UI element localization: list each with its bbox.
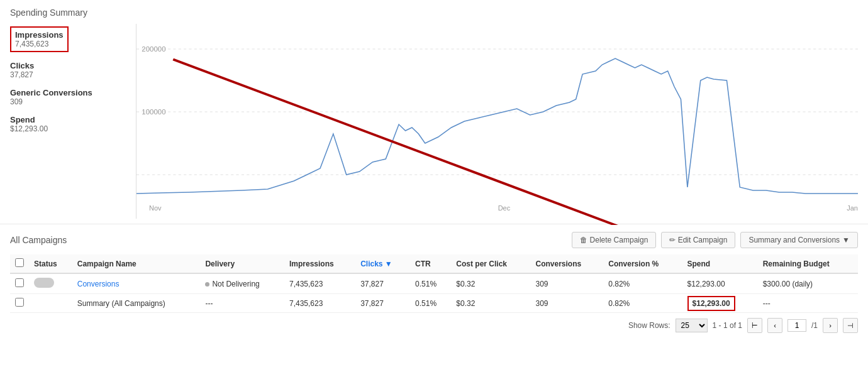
edit-icon: ✏ [669,236,676,244]
spend-cell: $12,293.00 [682,273,758,294]
conversions-cell: 309 [531,273,604,294]
th-clicks[interactable]: Clicks ▼ [355,254,410,273]
impressions-cell: 7,435,623 [284,273,355,294]
last-page-button[interactable]: ⊣ [843,318,858,333]
table-actions: 🗑 Delete Campaign ✏ Edit Campaign Summar… [572,232,858,248]
first-page-button[interactable]: ⊢ [747,318,762,333]
legend-label-generic-conversions: Generic Conversions [10,88,136,97]
th-spend: Spend [682,254,758,273]
delivery-cell: --- [200,294,284,313]
legend-item-spend: Spend$12,293.00 [10,115,136,133]
remaining-budget-cell: $300.00 (daily) [758,273,858,294]
legend-value-clicks: 37,827 [10,70,136,79]
ctr-cell: 0.51% [410,294,451,313]
conversions-cell: 309 [531,294,604,313]
campaign-name-cell: Summary (All Campaigns) [72,294,201,313]
spend-cell: $12,293.00 [682,294,758,313]
conversion-pct-cell: 0.82% [603,294,682,313]
x-label-jan: Jan [847,204,858,212]
table-row: Summary (All Campaigns) --- 7,435,623 37… [10,294,858,313]
th-remaining-budget: Remaining Budget [758,254,858,273]
clicks-cell: 37,827 [355,294,410,313]
chart-legend: Impressions7,435,623Clicks37,827Generic … [10,24,136,219]
show-rows-select[interactable]: 25 50 100 [676,319,708,332]
legend-label-spend: Spend [10,115,136,124]
table-row: Conversions Not Delivering 7,435,623 37,… [10,273,858,294]
spending-chart: 200000 100000 Nov Dec Jan [136,24,858,219]
cost-per-click-cell: $0.32 [451,273,530,294]
campaigns-table: Status Campaign Name Delivery Impression… [10,254,858,313]
page-range: 1 - 1 of 1 [713,321,742,330]
clicks-sort-link[interactable]: Clicks ▼ [360,260,392,268]
delete-icon: 🗑 [580,236,587,244]
show-rows-label: Show Rows: [628,321,670,330]
summary-conversions-dropdown[interactable]: Summary and Conversions ▼ [740,232,858,248]
page-number-input[interactable] [787,319,806,332]
conversion-pct-cell: 0.82% [603,273,682,294]
status-cell [29,273,72,294]
cost-per-click-cell: $0.32 [451,294,530,313]
delivery-dot [205,282,209,287]
table-header-row: Status Campaign Name Delivery Impression… [10,254,858,273]
legend-value-impressions: 7,435,623 [15,40,64,48]
impressions-cell: 7,435,623 [284,294,355,313]
legend-item-clicks: Clicks37,827 [10,61,136,79]
legend-label-clicks: Clicks [10,61,136,70]
remaining-budget-cell: --- [758,294,858,313]
delivery-cell: Not Delivering [200,273,284,294]
status-cell [29,294,72,313]
svg-text:100000: 100000 [142,108,165,116]
legend-label-impressions: Impressions [15,30,64,40]
legend-value-generic-conversions: 309 [10,97,136,106]
ctr-cell: 0.51% [410,273,451,294]
th-delivery: Delivery [200,254,284,273]
chart-x-labels: Nov Dec Jan [136,202,858,212]
row-checkbox[interactable] [15,298,24,307]
edit-campaign-button[interactable]: ✏ Edit Campaign [661,232,735,248]
th-conversion-pct: Conversion % [603,254,682,273]
select-all-checkbox[interactable] [15,258,24,267]
clicks-cell: 37,827 [355,273,410,294]
row-checkbox[interactable] [15,278,24,287]
prev-page-button[interactable]: ‹ [767,318,782,333]
th-checkbox [10,254,29,273]
spending-summary-title: Spending Summary [10,8,858,18]
row-checkbox-cell [10,294,29,313]
total-pages: /1 [811,321,818,330]
th-campaign-name: Campaign Name [72,254,201,273]
legend-value-spend: $12,293.00 [10,124,136,133]
th-cost-per-click: Cost per Click [451,254,530,273]
legend-item-generic-conversions: Generic Conversions309 [10,88,136,106]
th-impressions: Impressions [284,254,355,273]
dropdown-icon: ▼ [842,236,850,244]
legend-item-impressions: Impressions7,435,623 [10,26,69,52]
pagination: Show Rows: 25 50 100 1 - 1 of 1 ⊢ ‹ /1 ›… [10,318,858,333]
row-checkbox-cell [10,273,29,294]
th-conversions: Conversions [531,254,604,273]
svg-text:200000: 200000 [142,45,165,53]
x-label-dec: Dec [498,204,511,212]
status-toggle[interactable] [34,278,54,288]
x-label-nov: Nov [149,204,162,212]
delete-campaign-button[interactable]: 🗑 Delete Campaign [572,232,656,248]
next-page-button[interactable]: › [823,318,838,333]
spend-highlighted: $12,293.00 [687,296,735,311]
campaign-link[interactable]: Conversions [77,280,120,288]
sort-icon: ▼ [385,260,392,268]
th-ctr: CTR [410,254,451,273]
th-status: Status [29,254,72,273]
all-campaigns-title: All Campaigns [10,235,67,245]
campaign-name-cell: Conversions [72,273,201,294]
